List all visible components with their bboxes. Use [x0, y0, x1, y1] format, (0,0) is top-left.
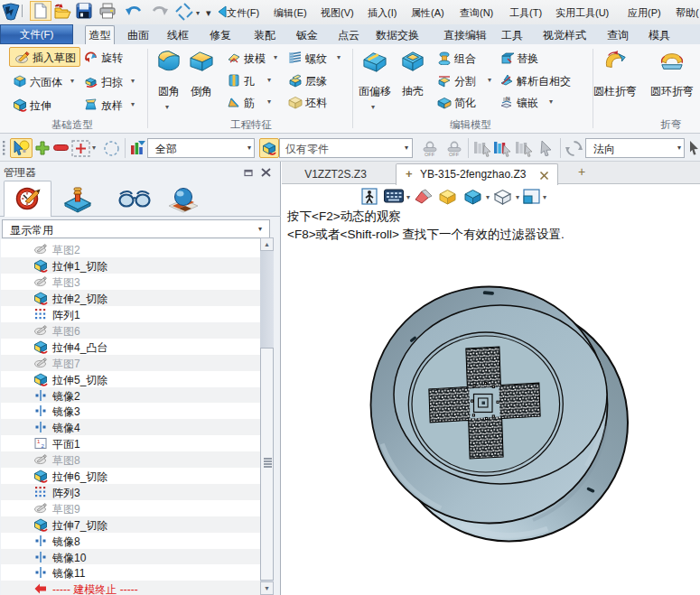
- svg-text:N: N: [506, 96, 509, 101]
- svg-text:OFF: OFF: [425, 152, 435, 157]
- svg-text:OFF: OFF: [449, 152, 460, 157]
